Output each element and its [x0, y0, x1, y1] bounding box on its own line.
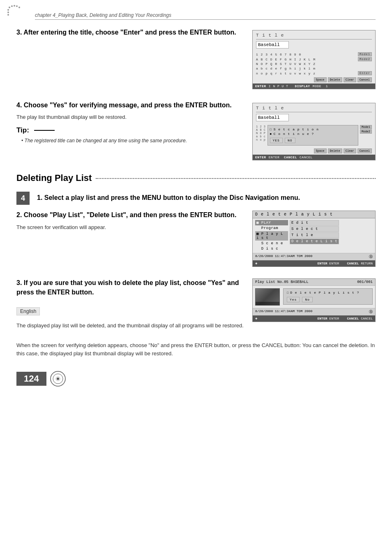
playlist-nav-bar: ◈ ENTER ENTER CANCEL CANCEL	[253, 315, 375, 322]
delete-no-btn[interactable]: No	[302, 297, 313, 302]
svg-point-6	[7, 12, 9, 13]
no-btn[interactable]: NO	[285, 138, 295, 143]
confirm-delete-btn[interactable]: Delete	[328, 148, 342, 153]
action-buttons: Space Delete Clear Cancel	[256, 76, 372, 83]
del-step3-desc: The displayed play list will be deleted,…	[16, 322, 244, 330]
submenu-title[interactable]: T i t l e	[290, 232, 339, 238]
lang-tag: English	[16, 307, 40, 315]
menu-left: ▩ PLAY Program ▩ P l a y L i s t S c e n…	[255, 220, 288, 251]
header-decoration	[6, 4, 23, 22]
clear-btn[interactable]: Clear	[344, 77, 356, 82]
svg-point-3	[16, 5, 18, 7]
del-step1-title: 1. Select a play list and press the MENU…	[37, 192, 376, 202]
page-number-badge: 124	[16, 372, 46, 386]
svg-point-2	[14, 5, 15, 7]
confirm-cancel-btn[interactable]: Cancel	[357, 148, 372, 153]
confirm-action-buttons: Space Delete Clear Cancel	[256, 147, 372, 155]
enter-key[interactable]: Enter	[358, 71, 372, 75]
step4-desc: The play list thumbnail display will be …	[16, 113, 244, 121]
playlist-delete-screen: Play List No.05 BASEBALL 001/001 □ D e l…	[252, 278, 376, 322]
del-step2-title: 2. Choose "Play List", "Delete List", an…	[16, 211, 244, 220]
svg-point-7	[7, 14, 9, 16]
confirm-screen-title: T i t l e	[256, 106, 372, 112]
chapter-badge: 4	[16, 192, 30, 205]
menu-program[interactable]: Program	[255, 226, 288, 231]
cancel-btn[interactable]: Cancel	[357, 77, 372, 82]
set-caption-popup: □ S e t c a p t i o n ■ C o n t i n u e …	[267, 125, 358, 146]
playlist-info-bar: 8/20/2000 11:47:34AM TOM 2000 Ⓑ	[253, 308, 375, 315]
menu-scene[interactable]: S c e n e	[255, 241, 288, 246]
delete-playlist-screen: D e l e t e P l a y L i s t ▩ PLAY Progr…	[252, 211, 376, 267]
step3-title: 3. After entering the title, choose "Ent…	[16, 28, 244, 37]
chapter-title: chapter 4_Playing Back, Deleting and Edi…	[35, 12, 376, 20]
keyboard-row2: A B C D E F G H I J K L M Mode2	[256, 57, 372, 61]
mode2-btn[interactable]: Mode2	[358, 57, 372, 61]
yes-btn[interactable]: YES	[270, 138, 283, 143]
title-input-screen: T i t l e Baseball 1 2 3 4 5 6 7 8 9 0 M…	[252, 30, 376, 89]
svg-point-10	[57, 378, 59, 380]
menu-disc[interactable]: D i s c	[255, 246, 288, 251]
delete-confirm-popup: □ D e l e t e P l a y L i s t ? Yes No	[283, 288, 373, 305]
submenu-select[interactable]: S e l e c t	[290, 226, 339, 232]
screen-info-bar: 8/20/2000 11:47:34AM TOM 2000 Ⓑ	[253, 253, 375, 260]
thumbnail-box	[255, 288, 280, 306]
tip-text: • The registered title can be changed at…	[16, 137, 244, 144]
confirm-bottom-bar: ENTER ENTER CANCEL CANCEL	[253, 155, 375, 160]
svg-point-4	[18, 7, 20, 8]
screen-nav-bar: ◈ ENTER ENTER CANCEL RETURN	[253, 260, 375, 266]
title-confirm-screen: T i t l e Baseball 1 2 3 A B C N O P a b…	[252, 103, 376, 160]
del-step3-title: 3. If you are sure that you wish to dele…	[16, 278, 244, 297]
svg-point-5	[7, 9, 9, 11]
menu-playlist[interactable]: ▩ P l a y L i s t	[255, 231, 288, 241]
confirm-input-field: Baseball	[256, 114, 289, 121]
title-input-field: Baseball	[256, 41, 289, 49]
keyboard-row1: 1 2 3 4 5 6 7 8 9 0 Mode1	[256, 52, 372, 56]
delete-btn[interactable]: Delete	[328, 77, 342, 82]
mode-buttons-right: Mode1 Mode2	[360, 125, 372, 146]
menu-right: E d i t S e l e c t T i t l e D e l e t …	[290, 220, 339, 251]
cd-icon	[50, 371, 66, 387]
submenu-deletelist[interactable]: D e l e t e L i s t	[290, 239, 339, 244]
delete-screen-title: D e l e t e P l a y L i s t	[253, 211, 375, 218]
screen-title-bar: T i t l e	[256, 33, 372, 39]
section-divider-dots	[96, 178, 376, 179]
space-btn[interactable]: Space	[314, 77, 327, 82]
confirm-space-btn[interactable]: Space	[314, 148, 327, 153]
keyboard-row5: n o p q r s t u v w x y z	[256, 72, 316, 75]
screen-bottom-bar: ENTER I N P U T DISPLAY MODE 1	[253, 83, 375, 89]
playlist-header: Play List No.05 BASEBALL 001/001	[253, 279, 375, 286]
keyboard-row3: N O P Q R S T U V W X Y Z	[256, 62, 372, 66]
svg-point-1	[11, 5, 13, 7]
confirm-clear-btn[interactable]: Clear	[344, 148, 356, 153]
section-title-deleting: Deleting Play List	[16, 173, 92, 183]
menu-play[interactable]: ▩ PLAY	[255, 220, 288, 225]
bottom-note: When the screen for verifying deletion a…	[16, 341, 376, 359]
step4-title: 4. Choose "Yes" for verifying message, a…	[16, 101, 244, 110]
del-step2-desc: The screen for verification will appear.	[16, 223, 244, 232]
keyboard-row4: a b c d e f g h i j k l m	[256, 67, 372, 70]
svg-point-0	[9, 7, 10, 8]
tip-label: Tip:	[16, 126, 244, 134]
submenu-edit[interactable]: E d i t	[290, 220, 339, 226]
mode1-btn[interactable]: Mode1	[358, 52, 372, 56]
delete-yes-btn[interactable]: Yes	[287, 297, 300, 302]
confirm-keyboard-hint: 1 2 3 A B C N O P a b c n o p	[256, 125, 266, 146]
